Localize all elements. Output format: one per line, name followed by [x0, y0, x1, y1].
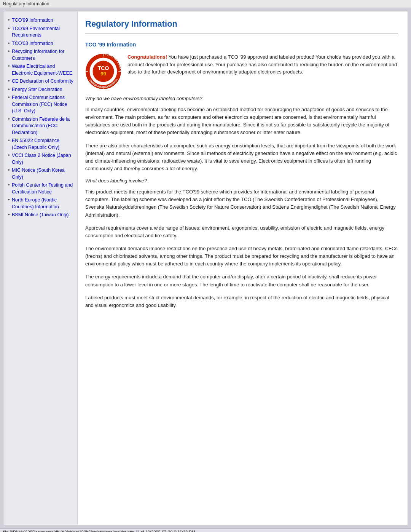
- sidebar-link-weee[interactable]: Waste Electrical and Electronic Equipmen…: [12, 64, 72, 76]
- intro-para-text: You have just purchased a TCO '99 approv…: [127, 54, 397, 75]
- para-4: Approval requirements cover a wide range…: [85, 224, 398, 240]
- page-title: Regulatory Information: [85, 19, 398, 29]
- sidebar-item: TCO'99 Information: [8, 17, 74, 24]
- sidebar-item: MIC Notice (South Korea Only): [8, 167, 74, 181]
- sidebar-link-polish[interactable]: Polish Center for Testing and Certificat…: [12, 182, 73, 195]
- section-title: TCO '99 Information: [85, 42, 398, 48]
- sidebar-item: Recycling Information for Customers: [8, 48, 74, 62]
- content-area: Regulatory Information TCO '99 Informati…: [78, 11, 408, 525]
- heading-labeling: What does labeling involve?: [85, 178, 398, 184]
- title-bar-text: Regulatory Information: [3, 1, 49, 6]
- sidebar-item: Commission Federale de la Communication …: [8, 116, 74, 136]
- tco-intro-block: TCO 99 ECOLOGY ENERGY EMISSIONS ERGONOMI…: [85, 53, 398, 89]
- sidebar-item: Polish Center for Testing and Certificat…: [8, 182, 74, 195]
- sidebar-item: BSMI Notice (Taiwan Only): [8, 212, 74, 219]
- sidebar-link-recycling[interactable]: Recycling Information for Customers: [12, 49, 64, 61]
- svg-text:TCO: TCO: [98, 65, 109, 71]
- sidebar-link-energy-star[interactable]: Energy Star Declaration: [12, 87, 62, 92]
- sidebar-item: TCO'99 Environmental Requirements: [8, 26, 74, 39]
- sidebar-item: EN 55022 Compliance (Czech Republic Only…: [8, 137, 74, 151]
- congrats-label: Congratulations!: [127, 54, 167, 60]
- sidebar-link-nordic[interactable]: North Europe (Nordic Countries) Informat…: [12, 197, 59, 209]
- para-5: The environmental demands impose restric…: [85, 245, 398, 268]
- para-1: In many countries, environmental labelin…: [85, 106, 398, 137]
- sidebar-link-fcc[interactable]: Federal Communications Commission (FCC) …: [12, 95, 67, 113]
- sidebar-item: VCCI Class 2 Notice (Japan Only): [8, 152, 74, 166]
- sidebar-link-vcci[interactable]: VCCI Class 2 Notice (Japan Only): [12, 153, 71, 165]
- para-3: This product meets the requirements for …: [85, 188, 398, 219]
- heading-why: Why do we have environmentally labeled c…: [85, 96, 398, 101]
- sidebar-item: TCO'03 Information: [8, 40, 74, 47]
- sidebar-item: CE Declaration of Conformity: [8, 78, 74, 85]
- sidebar-link-bsmi[interactable]: BSMI Notice (Taiwan Only): [12, 212, 68, 217]
- sidebar-link-tco99-info[interactable]: TCO'99 Information: [12, 18, 53, 23]
- sidebar-item: Energy Star Declaration: [8, 86, 74, 93]
- tco-intro-text: Congratulations! You have just purchased…: [127, 53, 398, 89]
- divider: [85, 34, 398, 34]
- sidebar-link-commission[interactable]: Commission Federale de la Communication …: [12, 117, 70, 135]
- sidebar-link-mic[interactable]: MIC Notice (South Korea Only): [12, 168, 65, 180]
- sidebar-item: Federal Communications Commission (FCC) …: [8, 94, 74, 115]
- sidebar-link-ce[interactable]: CE Declaration of Conformity: [12, 78, 73, 84]
- sidebar-nav: TCO'99 Information TCO'99 Environmental …: [8, 17, 74, 219]
- svg-text:99: 99: [100, 71, 106, 77]
- sidebar-link-en55022[interactable]: EN 55022 Compliance (Czech Republic Only…: [12, 138, 59, 150]
- tco-logo: TCO 99 ECOLOGY ENERGY EMISSIONS ERGONOMI…: [85, 53, 121, 89]
- main-container: TCO'99 Information TCO'99 Environmental …: [3, 11, 408, 525]
- para-6: The energy requirements include a demand…: [85, 273, 398, 288]
- para-7: Labeled products must meet strict enviro…: [85, 294, 398, 309]
- sidebar-link-tco99-env[interactable]: TCO'99 Environmental Requirements: [12, 26, 60, 38]
- sidebar-item: Waste Electrical and Electronic Equipmen…: [8, 63, 74, 77]
- sidebar: TCO'99 Information TCO'99 Environmental …: [3, 11, 78, 525]
- sidebar-item: North Europe (Nordic Countries) Informat…: [8, 197, 74, 210]
- sidebar-link-tco03[interactable]: TCO'03 Information: [12, 41, 53, 46]
- status-bar: file:///D|/My%20Documents/dfu/A9/china/1…: [0, 528, 411, 532]
- para-2: There are also other characteristics of …: [85, 142, 398, 173]
- status-bar-text: file:///D|/My%20Documents/dfu/A9/china/1…: [3, 530, 195, 532]
- title-bar: Regulatory Information: [0, 0, 411, 8]
